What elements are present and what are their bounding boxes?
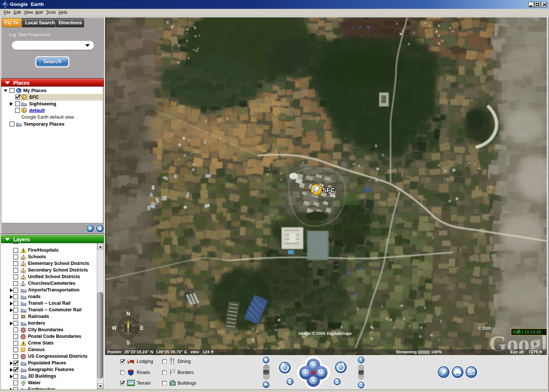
svg-text:Image © 2005 DigitalGlobe: Image © 2005 DigitalGlobe [298, 331, 352, 336]
svg-text:N: N [289, 380, 291, 385]
svg-text:SFC: SFC [322, 187, 335, 194]
svg-text:E: E [140, 325, 143, 331]
svg-text:W: W [112, 325, 117, 331]
svg-text:) 23:13:18: ) 23:13:18 [522, 330, 541, 334]
svg-text:© 2005: © 2005 [478, 326, 491, 330]
svg-text:S: S [126, 340, 130, 346]
svg-text:Eye alt 7276 ft: Eye alt 7276 ft [510, 350, 542, 354]
svg-text:N: N [126, 311, 130, 316]
svg-text:Streaming |||||||||| 100%: Streaming |||||||||| 100% [396, 350, 442, 354]
svg-text:Pointer 35°23’19.24” N 139°2: Pointer 35°23’19.24” N 139°25’39.70” E e… [107, 350, 214, 354]
